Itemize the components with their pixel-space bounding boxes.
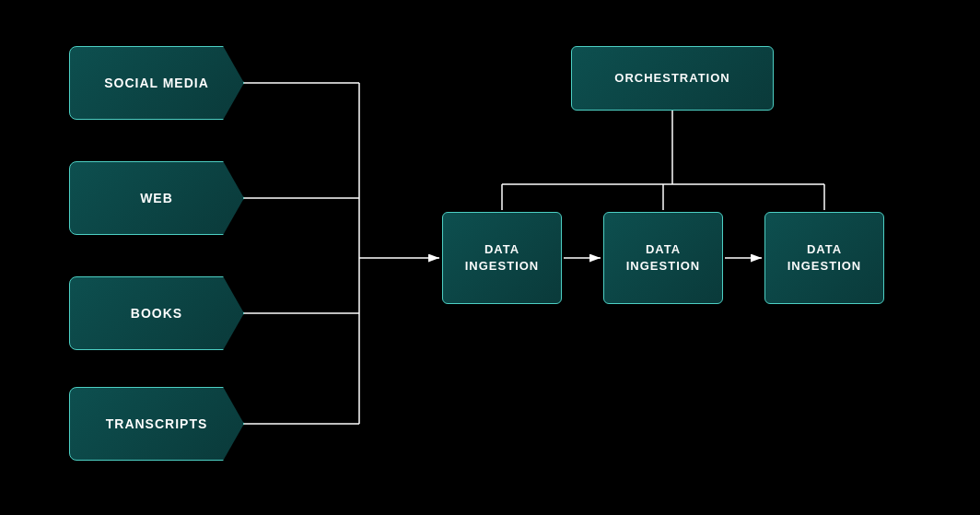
ingestion-label-3: DATAINGESTION [788,241,862,275]
source-label-social-media: SOCIAL MEDIA [104,76,209,90]
source-label-books: BOOKS [131,306,182,321]
ingestion-node-1: DATAINGESTION [442,212,562,304]
source-label-transcripts: TRANSCRIPTS [106,416,208,431]
ingestion-node-3: DATAINGESTION [764,212,884,304]
orchestration-node: ORCHESTRATION [571,46,774,111]
ingestion-label-2: DATAINGESTION [626,241,701,275]
ingestion-node-2: DATAINGESTION [603,212,723,304]
source-node-transcripts: TRANSCRIPTS [69,387,244,461]
source-node-books: BOOKS [69,276,244,350]
source-node-web: WEB [69,161,244,235]
source-node-social-media: SOCIAL MEDIA [69,46,244,120]
ingestion-label-1: DATAINGESTION [465,241,540,275]
diagram: SOCIAL MEDIA WEB BOOKS TRANSCRIPTS ORCHE… [0,0,980,515]
orchestration-label: ORCHESTRATION [614,70,729,87]
source-label-web: WEB [140,191,173,205]
